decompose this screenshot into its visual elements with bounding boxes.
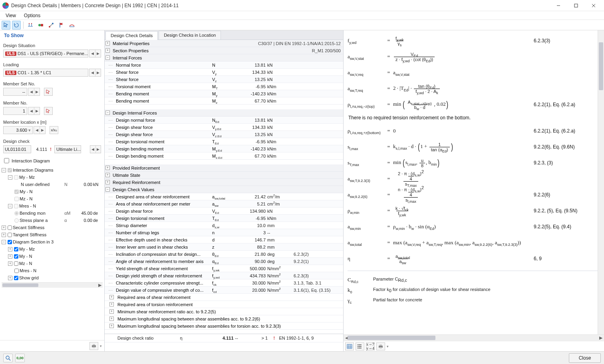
interaction-label: Interaction Diagram	[12, 158, 50, 163]
menu-view[interactable]: View	[2, 12, 20, 19]
right-vscrollbar[interactable]	[598, 30, 604, 334]
section-expand-icon[interactable]: +	[109, 309, 114, 314]
close-button[interactable]: Close	[569, 353, 601, 363]
toolbar-shapes-icon[interactable]	[36, 21, 45, 30]
ds-next-button[interactable]: ▶	[95, 50, 101, 57]
tree-expand-icon[interactable]: +	[8, 261, 12, 266]
mno-prev-button[interactable]: ◀	[28, 107, 34, 115]
tree-label[interactable]: Interaction Diagrams	[13, 168, 54, 172]
toolbar-flag-icon[interactable]	[57, 21, 66, 30]
load-prev-button[interactable]: ◀	[89, 69, 95, 76]
tree-label[interactable]: Stress plane a	[20, 218, 48, 223]
tree-label[interactable]: Diagram Section in 3	[13, 239, 54, 244]
member-no-combo[interactable]: 1	[3, 107, 27, 115]
menu-options[interactable]: Options	[20, 12, 44, 19]
tree-expand-icon[interactable]: +	[8, 247, 12, 251]
loading-combo[interactable]: ULS CO1 - 1.35 * LC1	[3, 69, 88, 77]
tree-label[interactable]: My - N	[20, 189, 32, 194]
interaction-checkbox[interactable]	[4, 158, 9, 163]
design-check-code[interactable]: UL0110.01	[3, 145, 31, 153]
toolbar-section-icon[interactable]	[68, 21, 76, 30]
tree-label[interactable]: Show grid	[19, 275, 39, 280]
close-window-button[interactable]	[585, 0, 602, 11]
footer-decimals-icon[interactable]: 0,00	[15, 354, 25, 362]
tree-label[interactable]: N user-defined	[21, 182, 50, 187]
loc-next-button[interactable]: ▶	[40, 127, 45, 134]
tree-label[interactable]: Mz - N	[20, 196, 32, 201]
tree-label[interactable]: Bending mon	[20, 211, 46, 216]
right-hscrollbar[interactable]: ◀▶	[344, 334, 604, 341]
toolbar-cursor-icon[interactable]	[2, 21, 10, 30]
location-combo[interactable]: 3.600 ▾	[3, 126, 33, 134]
right-tool-print-icon[interactable]	[376, 342, 385, 350]
toolbar-beam-icon[interactable]	[26, 21, 35, 30]
right-print-dropdown-icon[interactable]: ▾	[387, 344, 389, 348]
tree-check[interactable]	[14, 276, 18, 280]
tree-check[interactable]	[14, 254, 18, 259]
location-label: Member location x [m]	[3, 120, 104, 125]
mset-next-button[interactable]: ▶	[34, 88, 40, 95]
print-dropdown-icon[interactable]: ▾	[100, 344, 102, 348]
tab-details[interactable]: Design Check Details	[105, 31, 158, 40]
member-set-combo[interactable]: --	[3, 88, 27, 96]
tree-collapse-icon[interactable]: −	[2, 240, 6, 244]
member-no-pick-icon[interactable]	[44, 107, 53, 115]
tree-check[interactable]	[14, 269, 19, 273]
tree-collapse-icon[interactable]: −	[8, 204, 12, 208]
maximize-button[interactable]	[567, 0, 585, 11]
tree-expand-icon[interactable]: +	[2, 233, 6, 237]
tree-label[interactable]: Tangent Stiffness	[13, 232, 46, 237]
section-toggle-icon[interactable]: −	[105, 187, 110, 192]
dc-prev-button[interactable]: ◀	[90, 146, 95, 153]
tree-label[interactable]: Secant Stiffness	[13, 225, 44, 230]
tree-expand-icon[interactable]: +	[8, 276, 12, 280]
right-tool-table-icon[interactable]	[345, 342, 354, 350]
toolbar-rotate-icon[interactable]	[12, 21, 21, 30]
print-button[interactable]	[89, 342, 98, 350]
section-toggle-icon[interactable]: +	[105, 48, 110, 53]
tree-label[interactable]: Mz - N	[19, 261, 32, 266]
dc-next-button[interactable]: ▶	[95, 146, 101, 153]
loc-prev-button[interactable]: ◀	[34, 127, 40, 134]
footer-search-icon[interactable]	[3, 354, 13, 362]
tree-label[interactable]: My - N	[19, 254, 32, 259]
minimize-button[interactable]	[550, 0, 567, 11]
section-toggle-icon[interactable]: +	[105, 173, 110, 177]
section-expand-icon[interactable]: +	[109, 317, 114, 321]
section-toggle-icon[interactable]: +	[105, 41, 110, 46]
tree-expand-icon[interactable]: +	[8, 254, 12, 259]
tree-collapse-icon[interactable]: −	[2, 168, 6, 172]
tree-label[interactable]: Mres - N	[19, 204, 36, 208]
toolbar-nodes-icon[interactable]	[47, 21, 56, 30]
tree-check[interactable]	[8, 240, 12, 244]
tree-check[interactable]	[8, 226, 12, 230]
tab-checks-location[interactable]: Design Checks in Location	[159, 31, 221, 40]
tree-check[interactable]	[14, 247, 18, 251]
xx0-button[interactable]: x/x₀	[50, 126, 58, 134]
tree-check[interactable]	[8, 233, 12, 237]
row-value: -6.95	[236, 216, 267, 221]
right-tool-list-icon[interactable]	[356, 342, 364, 350]
section-toggle-icon[interactable]: +	[105, 166, 110, 170]
load-next-button[interactable]: ▶	[95, 69, 101, 76]
section-toggle-icon[interactable]: +	[105, 180, 110, 184]
tree-expand-icon[interactable]: +	[2, 226, 6, 230]
mno-next-button[interactable]: ▶	[34, 107, 40, 115]
design-check-type[interactable]: Ultimate Li... ▾	[54, 145, 81, 153]
ds-prev-button[interactable]: ◀	[89, 50, 95, 57]
mset-prev-button[interactable]: ◀	[28, 88, 34, 95]
tree-check[interactable]	[14, 261, 18, 266]
design-situation-combo[interactable]: ULS DS1 - ULS (STR/GEO) - Permane...	[3, 49, 88, 57]
member-set-pick-icon[interactable]	[44, 88, 53, 96]
tree-collapse-icon[interactable]: −	[8, 175, 12, 180]
tree-label[interactable]: Mres - N	[20, 268, 36, 273]
section-expand-icon[interactable]: +	[109, 324, 114, 328]
section-toggle-icon[interactable]: −	[105, 111, 110, 115]
right-tool-formula-icon[interactable]: x→7y→4	[366, 342, 375, 350]
section-expand-icon[interactable]: +	[109, 302, 114, 307]
tree-label[interactable]: My - Mz	[19, 247, 35, 251]
tree-hscrollbar[interactable]: ◀▶	[2, 282, 103, 288]
section-expand-icon[interactable]: +	[109, 295, 114, 299]
section-toggle-icon[interactable]: −	[105, 55, 110, 60]
tree-label[interactable]: My - Mz	[19, 175, 35, 180]
